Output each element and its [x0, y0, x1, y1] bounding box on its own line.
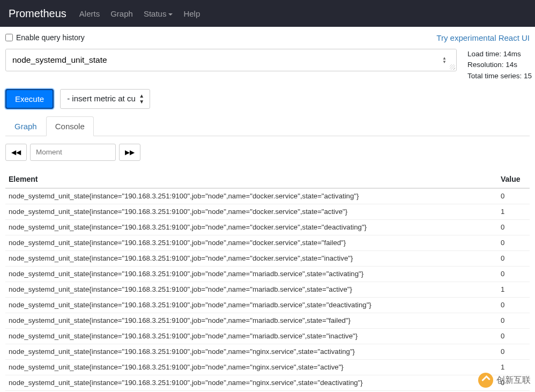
- metric-select-label: - insert metric at cu: [67, 94, 136, 103]
- forward-icon: ▶▶: [125, 149, 135, 156]
- metric-select[interactable]: - insert metric at cu ▲▼: [60, 89, 150, 109]
- resize-grip-icon[interactable]: [450, 64, 455, 70]
- cell-element: node_systemd_unit_state{instance="190.16…: [5, 359, 497, 375]
- col-value: Value: [497, 171, 530, 188]
- moment-input[interactable]: [30, 144, 116, 161]
- react-ui-link[interactable]: Try experimental React UI: [436, 33, 530, 42]
- cell-value: 0: [497, 297, 530, 313]
- table-row: node_systemd_unit_state{instance="190.16…: [5, 328, 530, 344]
- stat-load-time: Load time: 14ms: [467, 49, 532, 60]
- cell-value: 0: [497, 313, 530, 328]
- navbar: Prometheus Alerts Graph Status Help: [0, 0, 535, 27]
- nav-alerts[interactable]: Alerts: [79, 9, 100, 18]
- moment-prev-button[interactable]: ◀◀: [5, 144, 27, 161]
- table-row: node_systemd_unit_state{instance="190.16…: [5, 359, 530, 375]
- moment-next-button[interactable]: ▶▶: [119, 144, 140, 161]
- select-caret-icon: ▲▼: [139, 93, 144, 105]
- cell-value: 1: [497, 282, 530, 297]
- table-row: node_systemd_unit_state{instance="190.16…: [5, 375, 530, 390]
- cell-value: 0: [497, 219, 530, 235]
- tab-console[interactable]: Console: [46, 116, 94, 136]
- cell-element: node_systemd_unit_state{instance="190.16…: [5, 344, 497, 359]
- table-row: node_systemd_unit_state{instance="190.16…: [5, 297, 530, 313]
- brand-logo[interactable]: Prometheus: [9, 8, 66, 20]
- cell-element: node_systemd_unit_state{instance="190.16…: [5, 282, 497, 297]
- cell-element: node_systemd_unit_state{instance="190.16…: [5, 219, 497, 235]
- cell-value: 0: [497, 188, 530, 204]
- query-stats: Load time: 14ms Resolution: 14s Total ti…: [467, 49, 532, 82]
- nav-help[interactable]: Help: [183, 9, 200, 18]
- history-checkbox-input[interactable]: [5, 34, 13, 41]
- cell-element: node_systemd_unit_state{instance="190.16…: [5, 204, 497, 219]
- rewind-icon: ◀◀: [11, 149, 21, 156]
- stat-resolution: Resolution: 14s: [467, 60, 532, 70]
- cell-element: node_systemd_unit_state{instance="190.16…: [5, 297, 497, 313]
- cell-value: 0: [497, 328, 530, 344]
- history-label: Enable query history: [16, 33, 85, 42]
- table-row: node_systemd_unit_state{instance="190.16…: [5, 235, 530, 250]
- watermark-text: 创新互联: [496, 375, 531, 386]
- query-input-wrapper: ▲▼: [5, 49, 457, 71]
- cell-element: node_systemd_unit_state{instance="190.16…: [5, 235, 497, 250]
- cell-element: node_systemd_unit_state{instance="190.16…: [5, 375, 497, 390]
- query-expression-input[interactable]: [6, 49, 456, 71]
- spinner-icon[interactable]: ▲▼: [442, 56, 447, 64]
- cell-value: 0: [497, 344, 530, 359]
- watermark: 创新互联: [478, 373, 531, 388]
- enable-history-checkbox[interactable]: Enable query history: [5, 33, 85, 42]
- table-row: node_systemd_unit_state{instance="190.16…: [5, 219, 530, 235]
- table-row: node_systemd_unit_state{instance="190.16…: [5, 313, 530, 328]
- nav-status[interactable]: Status: [144, 9, 173, 18]
- watermark-icon: [478, 373, 493, 388]
- tab-graph[interactable]: Graph: [5, 116, 46, 136]
- cell-element: node_systemd_unit_state{instance="190.16…: [5, 250, 497, 266]
- result-tabs: Graph Console: [5, 116, 530, 136]
- cell-element: node_systemd_unit_state{instance="190.16…: [5, 313, 497, 328]
- table-row: node_systemd_unit_state{instance="190.16…: [5, 282, 530, 297]
- col-element: Element: [5, 171, 497, 188]
- table-row: node_systemd_unit_state{instance="190.16…: [5, 188, 530, 204]
- nav-graph[interactable]: Graph: [110, 9, 133, 18]
- cell-value: 0: [497, 250, 530, 266]
- stat-total-series: Total time series: 15: [467, 71, 532, 82]
- execute-button[interactable]: Execute: [5, 89, 54, 109]
- table-row: node_systemd_unit_state{instance="190.16…: [5, 266, 530, 282]
- cell-element: node_systemd_unit_state{instance="190.16…: [5, 188, 497, 204]
- table-row: node_systemd_unit_state{instance="190.16…: [5, 344, 530, 359]
- cell-value: 1: [497, 204, 530, 219]
- cell-element: node_systemd_unit_state{instance="190.16…: [5, 328, 497, 344]
- cell-value: 0: [497, 235, 530, 250]
- cell-element: node_systemd_unit_state{instance="190.16…: [5, 266, 497, 282]
- table-row: node_systemd_unit_state{instance="190.16…: [5, 250, 530, 266]
- results-table: Element Value node_systemd_unit_state{in…: [5, 171, 530, 392]
- caret-down-icon: [168, 13, 173, 16]
- table-row: node_systemd_unit_state{instance="190.16…: [5, 204, 530, 219]
- cell-value: 0: [497, 266, 530, 282]
